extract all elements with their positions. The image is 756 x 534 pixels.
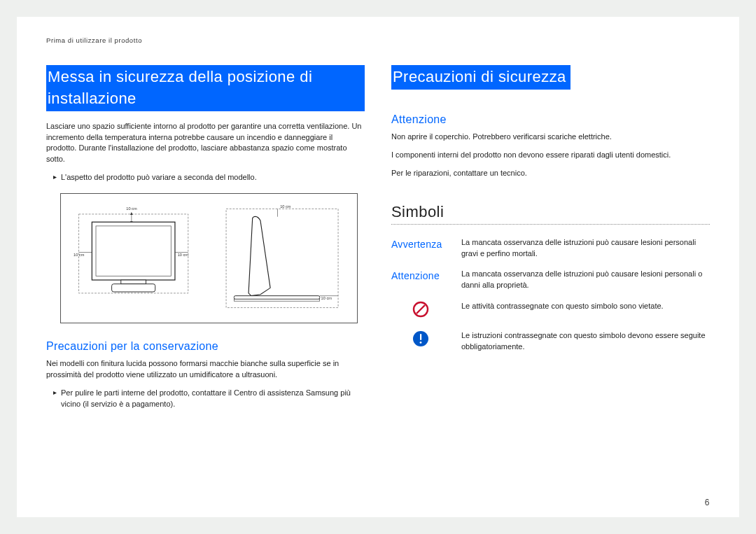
left-note-row: ▸ L'aspetto del prodotto può variare a s…	[53, 172, 365, 183]
svg-marker-2	[130, 212, 133, 215]
sym-text-0: La mancata osservanza delle istruzioni p…	[461, 234, 710, 267]
svg-rect-12	[234, 296, 319, 300]
svg-rect-5	[96, 226, 171, 276]
symbols-table: Avvertenza La mancata osservanza delle i…	[391, 234, 710, 360]
prohibit-icon	[391, 298, 461, 328]
left-intro: Lasciare uno spazio sufficiente intorno …	[46, 121, 365, 166]
storage-note-row: ▸ Per pulire le parti interne del prodot…	[53, 388, 365, 410]
running-header: Prima di utilizzare il prodotto	[46, 36, 710, 44]
left-note: L'aspetto del prodotto può variare a sec…	[61, 172, 257, 183]
page-number: 6	[705, 498, 710, 507]
small-arrow-icon-2: ▸	[53, 388, 57, 410]
m-top2: 10 cm	[280, 204, 291, 209]
page: Prima di utilizzare il prodotto Messa in…	[17, 17, 739, 517]
sym-text-1: La mancata osservanza delle istruzioni p…	[461, 266, 710, 298]
storage-note: Per pulire le parti interne del prodotto…	[61, 388, 365, 410]
svg-rect-13	[234, 300, 319, 302]
caution-line-1: I componenti interni del prodotto non de…	[391, 150, 710, 161]
left-title: Messa in sicurezza della posizione di in…	[46, 65, 365, 111]
monitor-front-diagram: 10 cm 10 cm 10 cm	[72, 202, 204, 314]
sym-text-2: Le attività contrassegnate con questo si…	[461, 298, 710, 328]
svg-rect-7	[112, 284, 155, 292]
m-left: 10 cm	[74, 253, 85, 257]
caution-line-0: Non aprire il coperchio. Potrebbero veri…	[391, 132, 710, 143]
right-column: Precauzioni di sicurezza Attenzione Non …	[391, 65, 710, 420]
svg-point-19	[420, 342, 422, 344]
mandatory-icon	[391, 328, 461, 360]
dotted-rule	[391, 224, 710, 225]
sym-row-must: Le istruzioni contrassegnate con questo …	[391, 328, 710, 360]
sym-row-avvertenza: Avvertenza La mancata osservanza delle i…	[391, 234, 710, 267]
svg-rect-10	[226, 209, 338, 308]
sym-text-3: Le istruzioni contrassegnate con questo …	[461, 328, 710, 360]
sym-row-attenzione: Attenzione La mancata osservanza delle i…	[391, 266, 710, 298]
caution-heading: Attenzione	[391, 113, 710, 126]
diagram-row: 10 cm 10 cm 10 cm	[60, 193, 358, 323]
small-arrow-icon: ▸	[53, 172, 57, 183]
monitor-side-diagram: 10 cm 10 cm	[214, 202, 346, 314]
left-column: Messa in sicurezza della posizione di in…	[46, 65, 365, 420]
m-right: 10 cm	[178, 253, 189, 257]
sym-label-attenzione: Attenzione	[391, 266, 461, 298]
svg-line-16	[416, 305, 425, 314]
columns: Messa in sicurezza della posizione di in…	[46, 65, 710, 420]
sym-label-avvertenza: Avvertenza	[391, 234, 461, 267]
svg-rect-6	[121, 280, 146, 284]
caution-line-2: Per le riparazioni, contattare un tecnic…	[391, 168, 710, 179]
m-back: 10 cm	[321, 297, 332, 301]
storage-para: Nei modelli con finitura lucida possono …	[46, 358, 365, 381]
sym-row-prohibit: Le attività contrassegnate con questo si…	[391, 298, 710, 328]
right-title: Precauzioni di sicurezza	[391, 65, 570, 90]
symbols-heading: Simboli	[391, 203, 710, 221]
svg-rect-18	[420, 334, 421, 340]
storage-heading: Precauzioni per la conservazione	[46, 340, 365, 353]
m-top: 10 cm	[126, 207, 137, 211]
